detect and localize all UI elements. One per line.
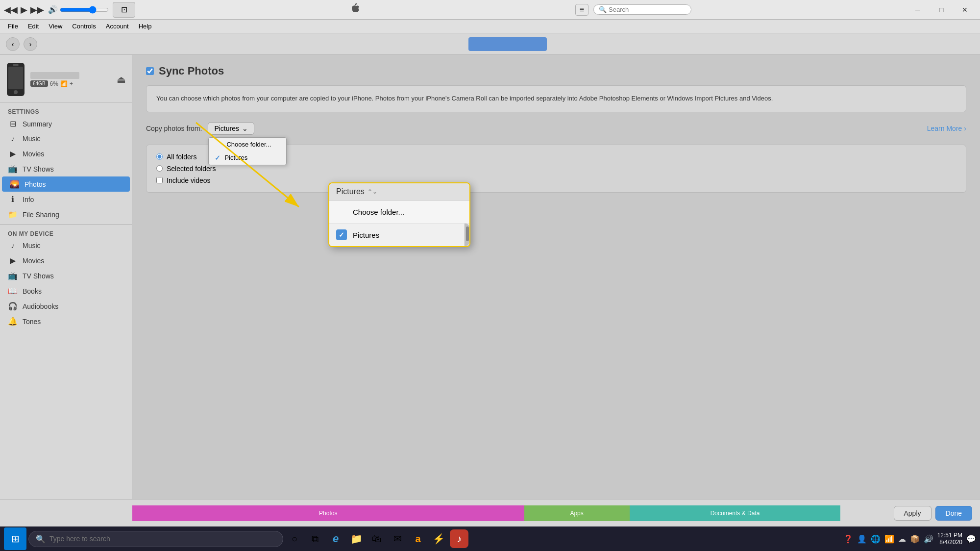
search-input[interactable]	[609, 6, 682, 13]
movies-icon: ▶	[8, 149, 18, 158]
info-text: You can choose which photos from your co…	[156, 95, 773, 102]
sidebar-item-tones-device[interactable]: 🔔 Tones	[0, 314, 132, 329]
device-details: 64GB 6% 📶 +	[30, 72, 79, 87]
photos-icon: 🌄	[10, 179, 20, 189]
menu-edit[interactable]: Edit	[24, 22, 43, 31]
learn-more-label: Learn More	[927, 125, 962, 132]
dropdown-large-item-choose-folder[interactable]: Choose folder...	[329, 200, 469, 224]
all-folders-radio[interactable]	[156, 153, 163, 160]
copy-from-dropdown[interactable]: Pictures ⌄ Choose folder... ✓ Pictures	[208, 122, 254, 135]
taskbar-store[interactable]: 🛍	[368, 529, 386, 548]
tones-device-icon: 🔔	[8, 317, 18, 326]
start-icon: ⊞	[11, 533, 20, 545]
clock-date: 8/4/2020	[939, 539, 962, 546]
check-box-blue: ✓	[336, 229, 347, 240]
dropdown-small-menu: Choose folder... ✓ Pictures	[208, 137, 287, 165]
pictures-label: Pictures	[224, 154, 247, 161]
start-button[interactable]: ⊞	[4, 527, 26, 550]
storage-percent: 6%	[50, 80, 58, 87]
dropdown-item-choose-folder[interactable]: Choose folder...	[209, 138, 286, 151]
menu-view[interactable]: View	[45, 22, 66, 31]
close-button[interactable]: ✕	[954, 2, 976, 18]
taskbar-edge[interactable]: e	[326, 529, 345, 548]
dropdown-large-header[interactable]: Pictures ⌃⌄	[329, 183, 469, 200]
apply-button[interactable]: Apply	[894, 506, 931, 521]
notification-icon: 💬	[966, 534, 976, 544]
audiobooks-device-label: Audiobooks	[23, 302, 58, 310]
dropdown-large-value: Pictures	[336, 187, 365, 196]
list-view-button[interactable]: ≡	[575, 4, 588, 16]
sidebar-item-music-device[interactable]: ♪ Music	[0, 238, 132, 253]
menu-file[interactable]: File	[4, 22, 22, 31]
file-sharing-label: File Sharing	[23, 211, 59, 219]
sidebar-item-tv-shows-device[interactable]: 📺 TV Shows	[0, 268, 132, 283]
taskbar-right: ❓ 👤 🌐 📶 ☁ 📦 🔊 12:51 PM 8/4/2020 💬	[843, 532, 976, 546]
sidebar-item-movies[interactable]: ▶ Movies	[0, 146, 132, 161]
summary-label: Summary	[23, 120, 52, 128]
sidebar-item-books-device[interactable]: 📖 Books	[0, 283, 132, 299]
tv-shows-device-icon: 📺	[8, 271, 18, 280]
play-button[interactable]: ▶	[21, 4, 27, 15]
info-label: Info	[23, 196, 34, 203]
dropdown-large-item-pictures[interactable]: ✓ Pictures	[329, 224, 469, 246]
sidebar-item-tv-shows[interactable]: 📺 TV Shows	[0, 161, 132, 176]
learn-more-link[interactable]: Learn More ›	[927, 125, 966, 132]
minimize-button[interactable]: ─	[906, 2, 929, 18]
tray-cloud-icon: ☁	[898, 534, 906, 544]
done-button[interactable]: Done	[935, 506, 972, 521]
tv-shows-device-label: TV Shows	[23, 272, 54, 280]
sidebar-item-music[interactable]: ♪ Music	[0, 131, 132, 146]
menu-help[interactable]: Help	[135, 22, 156, 31]
include-videos-checkbox[interactable]	[156, 177, 163, 183]
photos-segment-label: Photos	[319, 510, 337, 517]
taskbar-explorer[interactable]: 📁	[347, 529, 366, 548]
taskbar-amazon[interactable]: a	[409, 529, 427, 548]
volume-icon: 🔊	[48, 5, 58, 14]
svg-point-2	[14, 90, 18, 94]
include-videos-row: Include videos	[156, 176, 956, 184]
storage-badge: 64GB	[30, 80, 48, 87]
svg-rect-3	[13, 64, 19, 66]
nav-back-button[interactable]: ‹	[6, 37, 20, 51]
sidebar-item-audiobooks-device[interactable]: 🎧 Audiobooks	[0, 299, 132, 314]
forward-button[interactable]: ▶▶	[30, 4, 44, 15]
volume-control[interactable]	[60, 6, 109, 14]
apple-logo	[350, 2, 360, 17]
selected-folders-radio[interactable]	[156, 165, 163, 172]
menu-account[interactable]: Account	[102, 22, 133, 31]
info-box: You can choose which photos from your co…	[146, 85, 966, 112]
sidebar: 64GB 6% 📶 + ⏏ Settings ⊟ Summary ♪ Music…	[0, 55, 132, 499]
on-my-device-section-label: On My Device	[0, 226, 132, 238]
movies-label: Movies	[23, 150, 44, 158]
device-name	[30, 72, 79, 79]
selected-folders-label: Selected folders	[167, 165, 216, 173]
storage-bar-buttons: Apply Done	[886, 506, 980, 521]
sidebar-item-info[interactable]: ℹ Info	[0, 192, 132, 207]
sync-photos-checkbox[interactable]	[146, 67, 154, 75]
back-button[interactable]: ◀◀	[4, 4, 18, 15]
taskbar-task-view[interactable]: ⧉	[306, 529, 324, 548]
tray-network-icon: 🌐	[871, 534, 881, 544]
dropdown-item-pictures[interactable]: ✓ Pictures	[209, 151, 286, 165]
sidebar-item-file-sharing[interactable]: 📁 File Sharing	[0, 207, 132, 222]
scroll-thumb	[466, 226, 469, 241]
nav-forward-button[interactable]: ›	[24, 37, 37, 51]
tray-dropbox-icon: 📦	[910, 534, 920, 544]
include-videos-label: Include videos	[167, 176, 211, 184]
maximize-button[interactable]: □	[930, 2, 953, 18]
dropdown-value: Pictures	[214, 125, 239, 132]
sidebar-item-movies-device[interactable]: ▶ Movies	[0, 253, 132, 268]
airplay-button[interactable]: ⊡	[113, 2, 135, 18]
taskbar-cortana[interactable]: ○	[285, 529, 304, 548]
taskbar-itunes[interactable]: ♪	[450, 529, 468, 548]
title-bar: ◀◀ ▶ ▶▶ 🔊 ⊡ ≡ 🔍 ─ □ ✕	[0, 0, 980, 20]
sidebar-item-photos[interactable]: 🌄 Photos	[2, 176, 130, 192]
sidebar-item-summary[interactable]: ⊟ Summary	[0, 116, 132, 131]
taskbar-mail[interactable]: ✉	[388, 529, 407, 548]
menu-controls[interactable]: Controls	[68, 22, 99, 31]
taskbar-flash[interactable]: ⚡	[429, 529, 448, 548]
taskbar-search-icon: 🔍	[36, 534, 46, 544]
taskbar-search-input[interactable]	[49, 535, 276, 543]
eject-button[interactable]: ⏏	[117, 74, 126, 85]
pictures-large-label: Pictures	[353, 231, 379, 239]
